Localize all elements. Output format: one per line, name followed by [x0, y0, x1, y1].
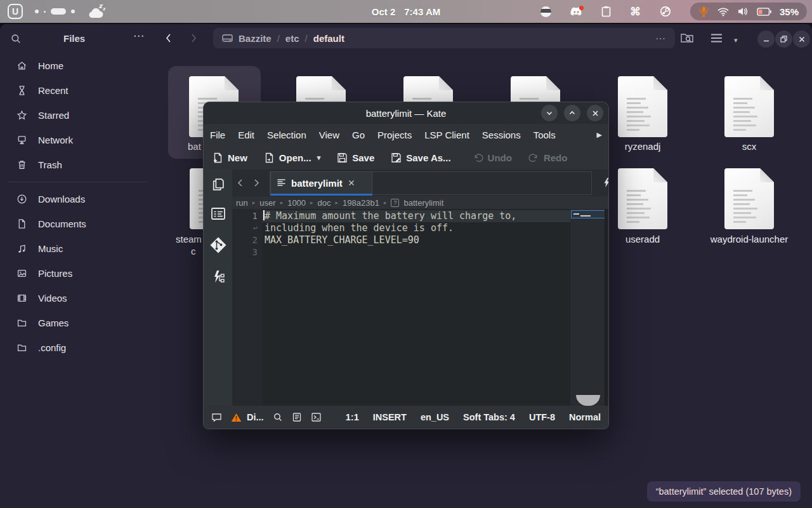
kate-path-bar[interactable]: run ▸ user ▸ 1000 ▸ doc ▸ 198a23b1 ▸ ? b… — [232, 196, 608, 209]
sidebar-item-videos[interactable]: Videos — [0, 286, 155, 311]
kate-maximize-button[interactable] — [564, 105, 580, 121]
file-icon-waydroid[interactable] — [724, 168, 774, 229]
restore-button[interactable] — [775, 30, 792, 48]
dictionary[interactable]: en_US — [421, 412, 449, 422]
breadcrumb[interactable]: Bazzite / etc / default ⋯ — [213, 28, 675, 48]
save-button[interactable]: Save — [337, 152, 374, 163]
close-button[interactable] — [793, 30, 810, 48]
new-button[interactable]: New — [213, 152, 247, 163]
breadcrumb-etc[interactable]: etc — [285, 33, 299, 44]
scroll-indicator[interactable] — [576, 395, 600, 406]
command-key-tray-icon[interactable]: ⌘ — [630, 5, 641, 18]
code-line-1-wrap: including when the device is off. — [265, 222, 454, 234]
diagnostics-button[interactable]: Di... — [231, 412, 264, 422]
terminal-icon[interactable] — [311, 412, 322, 422]
diagnostics-toolview-button[interactable] — [211, 270, 225, 284]
sidebar-item-trash[interactable]: Trash — [0, 152, 155, 177]
tab-back-button[interactable] — [236, 178, 245, 188]
path-options-button[interactable]: ⋯ — [655, 32, 666, 44]
quick-open-icon[interactable] — [603, 177, 609, 188]
menu-go[interactable]: Go — [352, 130, 365, 140]
path-file[interactable]: batterylimit — [403, 198, 443, 208]
search-icon[interactable] — [10, 33, 22, 44]
ninja-face-tray-icon[interactable] — [540, 6, 551, 17]
tab-close-icon[interactable] — [348, 179, 355, 187]
message-bubble-icon[interactable] — [211, 413, 222, 422]
file-label-waydroid[interactable]: waydroid-launcher — [702, 234, 797, 244]
workspace-indicator[interactable] — [35, 8, 75, 15]
path-user[interactable]: user — [259, 198, 275, 208]
file-label-steam-line1[interactable]: steam — [176, 234, 202, 244]
file-icon-useradd[interactable] — [618, 168, 667, 229]
file-label-batterylimit[interactable]: bat — [188, 141, 201, 152]
minimap-scrollbar[interactable] — [570, 209, 606, 406]
minimap-viewport[interactable] — [571, 210, 606, 218]
editor-area[interactable]: 1 # Maximum amount the battery will char… — [232, 209, 608, 406]
tab-forward-button[interactable] — [252, 178, 261, 188]
sidebar-item-music[interactable]: Music — [0, 236, 155, 261]
encoding[interactable]: UTF-8 — [529, 412, 555, 422]
menu-view[interactable]: View — [319, 130, 339, 140]
open-dropdown-caret[interactable]: ▾ — [317, 154, 321, 162]
file-icon-scx[interactable] — [724, 76, 774, 137]
scrollbar-track[interactable] — [605, 209, 606, 406]
distro-logo-icon[interactable]: U — [8, 4, 23, 19]
git-toolview-button[interactable] — [209, 236, 228, 255]
list-view-toggle[interactable] — [710, 33, 723, 43]
path-1000[interactable]: 1000 — [287, 198, 306, 208]
forward-button[interactable] — [188, 32, 199, 44]
minimize-button[interactable] — [757, 30, 775, 48]
sidebar-item-downloads[interactable]: Downloads — [0, 187, 155, 211]
kate-minimize-button[interactable] — [541, 105, 558, 121]
statusbar-doc-icon[interactable] — [292, 412, 302, 422]
file-label-ryzenadj[interactable]: ryzenadj — [598, 141, 687, 152]
kate-close-button[interactable] — [587, 105, 603, 121]
search-folder-button[interactable] — [680, 32, 694, 44]
sidebar-item-config[interactable]: .config — [0, 335, 155, 360]
documents-toolview-button[interactable] — [211, 177, 225, 192]
menu-overflow-arrow[interactable]: ▶ — [597, 131, 602, 139]
steam-tray-icon[interactable] — [660, 6, 671, 17]
menu-edit[interactable]: Edit — [238, 130, 254, 140]
statusbar-search-icon[interactable] — [273, 412, 283, 422]
view-options-caret[interactable]: ▾ — [734, 36, 738, 44]
discord-tray-icon[interactable] — [570, 7, 582, 17]
path-run[interactable]: run — [236, 198, 248, 208]
back-button[interactable] — [164, 32, 174, 44]
menu-projects[interactable]: Projects — [377, 130, 412, 140]
filesystem-toolview-button[interactable] — [211, 207, 226, 220]
menu-file[interactable]: File — [210, 130, 225, 140]
clipboard-tray-icon[interactable] — [601, 6, 611, 17]
menu-selection[interactable]: Selection — [267, 130, 306, 140]
breadcrumb-current[interactable]: default — [313, 33, 344, 44]
sidebar-item-games[interactable]: Games — [0, 311, 155, 335]
cursor-position[interactable]: 1:1 — [346, 412, 359, 422]
app-menu-button[interactable]: ⋯ — [133, 29, 145, 43]
sidebar-item-home[interactable]: Home — [0, 53, 155, 78]
input-mode[interactable]: INSERT — [373, 412, 407, 422]
path-doc[interactable]: doc — [318, 198, 331, 208]
tab-settings[interactable]: Soft Tabs: 4 — [463, 412, 515, 422]
sidebar-item-pictures[interactable]: Pictures — [0, 261, 155, 286]
menu-tools[interactable]: Tools — [534, 130, 556, 140]
undo-button[interactable]: Undo — [473, 152, 512, 163]
sidebar-item-starred[interactable]: Starred — [0, 103, 155, 128]
sidebar-item-network[interactable]: Network — [0, 128, 155, 152]
tab-batterylimit[interactable]: batterylimit — [270, 171, 372, 196]
system-status-area[interactable]: 35% — [690, 3, 807, 20]
save-as-button[interactable]: Save As... — [391, 152, 450, 163]
redo-button[interactable]: Redo — [528, 152, 568, 163]
menu-lsp-client[interactable]: LSP Client — [424, 130, 469, 140]
sidebar-item-recent[interactable]: Recent — [0, 78, 155, 103]
open-button[interactable]: Open... ▾ — [264, 152, 320, 163]
file-icon-ryzenadj[interactable] — [618, 76, 667, 137]
path-hash[interactable]: 198a23b1 — [343, 198, 379, 208]
sleeping-cloud-icon[interactable] — [88, 3, 107, 20]
sidebar-item-documents[interactable]: Documents — [0, 211, 155, 236]
menu-sessions[interactable]: Sessions — [482, 130, 521, 140]
breadcrumb-device[interactable]: Bazzite — [239, 33, 272, 44]
file-label-steam-line2[interactable]: c — [191, 246, 196, 257]
file-label-scx[interactable]: scx — [705, 141, 794, 152]
file-label-useradd[interactable]: useradd — [598, 234, 687, 244]
highlight-mode[interactable]: Normal — [569, 412, 601, 422]
